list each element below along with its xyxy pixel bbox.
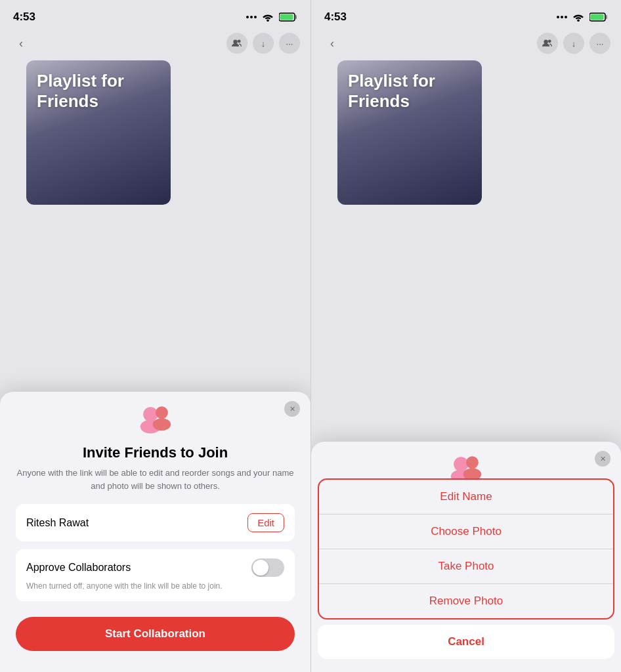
- sheet-close-left[interactable]: ✕: [284, 401, 300, 417]
- svg-point-6: [143, 407, 158, 421]
- svg-point-0: [267, 20, 269, 22]
- user-row-left: Ritesh Rawat Edit: [16, 504, 295, 541]
- svg-point-14: [544, 39, 547, 43]
- collab-icon-left: [16, 405, 295, 436]
- svg-rect-12: [606, 15, 608, 19]
- playlist-title-left: Playlist for Friends: [26, 60, 171, 122]
- svg-point-16: [454, 457, 468, 471]
- left-panel: 4:53 ‹: [0, 0, 310, 672]
- toggle-knob-left: [253, 560, 268, 576]
- sheet-close-right[interactable]: ✕: [595, 451, 610, 467]
- time-left: 4:53: [13, 10, 35, 24]
- status-bar-right: 4:53: [311, 0, 621, 29]
- nav-actions-right: ↓ ···: [537, 33, 610, 54]
- action-remove-photo[interactable]: Remove Photo: [319, 584, 613, 618]
- svg-rect-3: [280, 14, 293, 20]
- invite-sheet-left: ✕ Invite Friends to Join Anyone with the…: [0, 392, 310, 672]
- svg-point-4: [233, 39, 237, 43]
- start-collaboration-button[interactable]: Start Collaboration: [16, 617, 295, 651]
- svg-point-18: [466, 456, 479, 469]
- playlist-title-right: Playlist forFriends: [337, 60, 482, 122]
- svg-point-9: [152, 418, 170, 430]
- battery-icon-right: [589, 12, 608, 22]
- nav-bar-right: ‹ ↓ ···: [311, 29, 621, 58]
- sheet-title-left: Invite Friends to Join: [16, 444, 295, 461]
- action-sheet: Edit Name Choose Photo Take Photo Remove…: [311, 478, 621, 672]
- time-right: 4:53: [324, 10, 347, 24]
- svg-point-10: [577, 20, 580, 22]
- collaborate-button-left[interactable]: [226, 33, 247, 54]
- playlist-cover-left: Playlist for Friends: [26, 60, 171, 205]
- action-sheet-menu: Edit Name Choose Photo Take Photo Remove…: [318, 478, 614, 620]
- action-choose-photo[interactable]: Choose Photo: [319, 514, 613, 549]
- action-edit-name[interactable]: Edit Name: [319, 480, 613, 514]
- more-button-left[interactable]: ···: [279, 33, 300, 54]
- status-icons-left: [246, 12, 297, 22]
- svg-rect-13: [591, 14, 604, 20]
- action-cancel[interactable]: Cancel: [318, 625, 614, 659]
- approve-top-left: Approve Collaborators: [26, 558, 284, 577]
- toggle-left[interactable]: [251, 558, 284, 577]
- signal-icon: [246, 16, 257, 18]
- status-bar-left: 4:53: [0, 0, 310, 29]
- approve-hint-left: When turned off, anyone with the link wi…: [26, 581, 284, 592]
- more-button-right[interactable]: ···: [589, 33, 610, 54]
- svg-point-8: [156, 406, 168, 419]
- status-icons-right: [557, 12, 608, 22]
- playlist-cover-right: Playlist forFriends: [337, 60, 482, 205]
- collab-svg-left: [136, 405, 175, 434]
- user-name-left: Ritesh Rawat: [26, 517, 89, 529]
- right-panel: 4:53 ‹: [310, 0, 621, 672]
- svg-point-5: [238, 39, 241, 43]
- wifi-icon-right: [571, 12, 586, 22]
- wifi-icon: [261, 12, 275, 22]
- collaborate-icon: [232, 39, 242, 48]
- download-button-left[interactable]: ↓: [253, 33, 274, 54]
- back-button-left[interactable]: ‹: [11, 33, 32, 54]
- approve-row-left: Approve Collaborators When turned off, a…: [16, 549, 295, 601]
- svg-rect-2: [295, 15, 297, 19]
- nav-actions-left: ↓ ···: [226, 33, 300, 54]
- action-take-photo[interactable]: Take Photo: [319, 549, 613, 584]
- sheet-desc-left: Anyone with the link will be able to edi…: [16, 467, 295, 492]
- collaborate-button-right[interactable]: [537, 33, 558, 54]
- edit-button-left[interactable]: Edit: [247, 513, 284, 532]
- signal-icon-right: [557, 16, 567, 18]
- battery-icon: [279, 12, 297, 22]
- download-button-right[interactable]: ↓: [563, 33, 584, 54]
- svg-point-15: [548, 39, 551, 43]
- collaborate-icon-right: [542, 39, 553, 48]
- back-button-right[interactable]: ‹: [322, 33, 343, 54]
- nav-bar-left: ‹ ↓ ···: [0, 29, 310, 58]
- approve-label-left: Approve Collaborators: [26, 562, 131, 574]
